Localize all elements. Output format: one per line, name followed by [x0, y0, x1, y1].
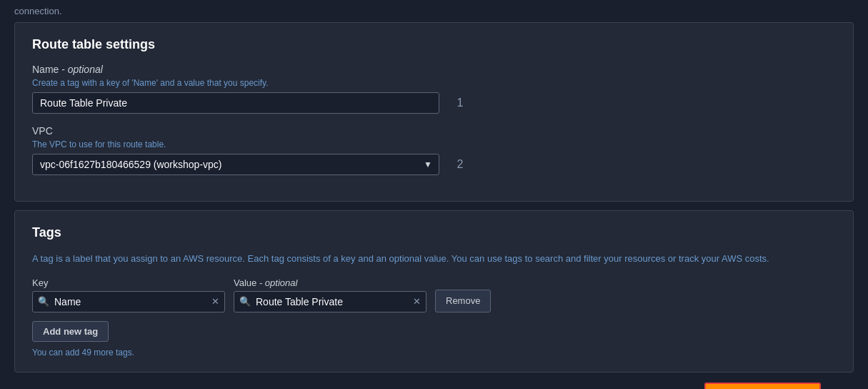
add-tag-button[interactable]: Add new tag: [32, 321, 109, 342]
content-area: Route table settings Name - optional Cre…: [0, 22, 868, 373]
step1-badge: 1: [452, 95, 468, 111]
vpc-label: VPC: [32, 125, 836, 137]
value-input-wrapper: 🔍 ✕: [234, 291, 426, 312]
key-column: Key 🔍 ✕: [32, 277, 225, 312]
route-table-settings-title: Route table settings: [32, 37, 836, 52]
tags-card: Tags A tag is a label that you assign to…: [14, 210, 854, 373]
tags-description: A tag is a label that you assign to an A…: [32, 252, 836, 266]
key-input-wrapper: 🔍 ✕: [32, 291, 225, 312]
key-input[interactable]: [32, 291, 225, 312]
value-column: Value - optional 🔍 ✕: [234, 277, 426, 312]
tags-footer-note: You can add 49 more tags.: [32, 348, 836, 358]
vpc-select[interactable]: vpc-06f1627b180466529 (workshop-vpc): [32, 154, 439, 175]
create-route-table-button[interactable]: Create route table: [704, 383, 821, 390]
name-description: Create a tag with a key of 'Name' and a …: [32, 78, 836, 88]
vpc-select-wrapper: vpc-06f1627b180466529 (workshop-vpc) ▼: [32, 154, 439, 175]
top-text: connection.: [14, 6, 62, 16]
route-table-settings-card: Route table settings Name - optional Cre…: [14, 22, 854, 202]
name-field-group: Name - optional Create a tag with a key …: [32, 64, 836, 114]
step2-badge: 2: [452, 157, 468, 172]
value-label: Value - optional: [234, 277, 426, 288]
cancel-button[interactable]: Cancel: [647, 385, 693, 390]
key-label: Key: [32, 277, 225, 288]
remove-tag-button[interactable]: Remove: [435, 290, 491, 312]
key-clear-icon[interactable]: ✕: [211, 296, 219, 307]
tags-row: Key 🔍 ✕ Value - optional 🔍 ✕: [32, 277, 836, 312]
value-clear-icon[interactable]: ✕: [413, 296, 421, 307]
top-bar: connection.: [0, 0, 868, 22]
name-input[interactable]: [32, 92, 439, 114]
vpc-description: The VPC to use for this route table.: [32, 139, 836, 149]
action-bar: Cancel Create route table 3: [0, 373, 868, 390]
vpc-field-group: VPC The VPC to use for this route table.…: [32, 125, 836, 175]
tags-title: Tags: [32, 225, 836, 240]
name-label: Name - optional: [32, 64, 836, 75]
page-wrapper: connection. Route table settings Name - …: [0, 0, 868, 389]
value-input[interactable]: [234, 291, 426, 312]
